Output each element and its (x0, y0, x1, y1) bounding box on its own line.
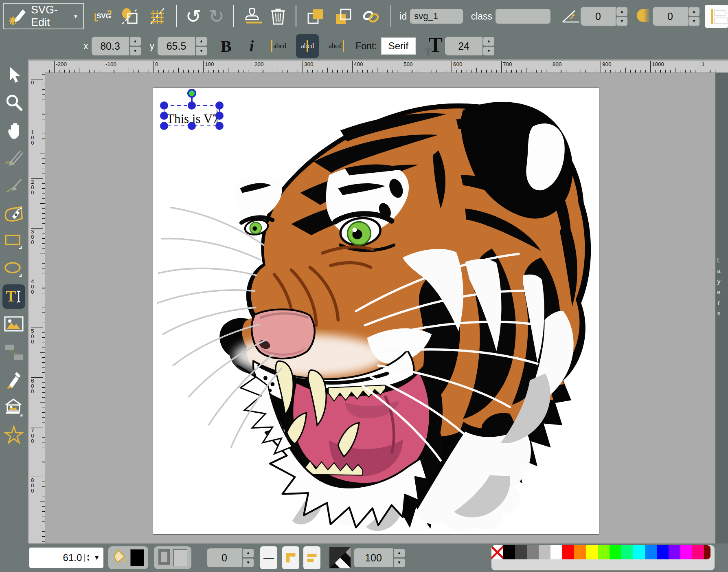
y-input[interactable]: 65.5 (158, 37, 195, 55)
palette-swatch[interactable] (586, 545, 598, 559)
font-size-down-button[interactable]: ▼ (483, 47, 494, 55)
anchor-middle-bar-icon (307, 40, 308, 52)
id-label: id (399, 11, 407, 22)
opacity-up-button[interactable]: ▲ (394, 549, 405, 557)
font-family-button[interactable]: Serif (381, 37, 416, 55)
opacity-down-button[interactable]: ▼ (394, 559, 405, 567)
opacity-input[interactable]: 100 (354, 548, 393, 567)
palette-swatch[interactable] (657, 545, 669, 559)
linecap-button[interactable] (303, 546, 320, 569)
fill-color-swatch[interactable] (130, 549, 144, 566)
stroke-width-down-button[interactable]: ▼ (243, 559, 254, 567)
tool-pencil[interactable] (2, 146, 25, 170)
x-down-button[interactable]: ▼ (130, 47, 141, 55)
tool-zoom[interactable] (2, 90, 25, 115)
id-input[interactable]: svg_1 (410, 9, 463, 24)
undo-button[interactable]: ↺ (186, 7, 202, 26)
main-menu-button[interactable]: SVG-Edit ▼ (3, 3, 84, 29)
workarea[interactable]: -200-10001002003004005006007008009001000… (28, 59, 728, 543)
ruler-left-label: 4 0 0 (31, 278, 43, 295)
palette-swatch[interactable] (550, 545, 562, 559)
svg-canvas[interactable]: This is V7 (153, 88, 599, 535)
tool-star[interactable] (2, 423, 25, 447)
blur-down-button[interactable]: ▼ (689, 17, 699, 26)
link-button[interactable] (360, 7, 382, 25)
tool-pan[interactable] (2, 118, 25, 143)
x-input[interactable]: 80.3 (92, 37, 129, 55)
rotation-down-button[interactable]: ▼ (616, 17, 627, 26)
text-anchor-end-button[interactable]: abcd (324, 34, 346, 58)
ruler-left-label: 1 0 0 (31, 129, 43, 145)
tool-text[interactable]: T (2, 284, 25, 309)
top-toolbar: SVG-Edit ▼ SVG (0, 0, 728, 33)
text-anchor-middle-button[interactable]: abcd (296, 34, 319, 58)
font-size-input[interactable]: 24 (445, 37, 482, 55)
rotate-grip[interactable] (188, 90, 195, 97)
zoom-up-button[interactable]: ▲ (86, 554, 90, 557)
stroke-control[interactable] (154, 546, 191, 569)
layers-panel-tab[interactable]: Layers (715, 73, 728, 543)
stroke-width-up-button[interactable]: ▲ (243, 549, 254, 557)
bold-button[interactable]: B (221, 37, 232, 56)
stroke-width-input[interactable]: 0 (207, 548, 242, 567)
linejoin-button[interactable] (282, 546, 299, 569)
align-button[interactable] (705, 5, 728, 28)
palette-swatch[interactable] (621, 545, 633, 559)
tool-shape-library[interactable] (2, 395, 25, 420)
palette-swatch[interactable] (680, 545, 692, 559)
palette-swatch[interactable] (610, 545, 621, 559)
palette-swatch[interactable] (574, 545, 586, 559)
zoom-down-button[interactable]: ▼ (86, 558, 90, 562)
redo-button[interactable]: ↻ (208, 7, 224, 26)
tool-image[interactable] (2, 312, 25, 337)
stroke-color-swatch[interactable] (173, 549, 187, 566)
stroke-dash-button[interactable]: — (260, 546, 277, 569)
x-up-button[interactable]: ▲ (130, 37, 141, 46)
palette-swatch[interactable] (669, 545, 680, 559)
tool-rect[interactable] (2, 229, 25, 253)
palette-swatch[interactable] (503, 545, 515, 559)
blur-input[interactable]: 0 (653, 7, 688, 26)
tool-connector[interactable] (2, 340, 25, 364)
y-down-button[interactable]: ▼ (196, 47, 207, 55)
rotation-up-button[interactable]: ▲ (616, 7, 627, 16)
y-up-button[interactable]: ▲ (196, 37, 207, 46)
fill-control[interactable] (108, 546, 148, 569)
y-spinbox: 65.5 ▲ ▼ (158, 37, 207, 55)
zoom-dropdown-button[interactable]: ▼ (93, 554, 100, 562)
palette-swatch[interactable] (704, 545, 710, 559)
bring-to-front-button[interactable] (305, 6, 325, 26)
rotation-angle-icon (560, 7, 581, 26)
layers-tab-label: Layers (715, 257, 728, 320)
text-anchor-start-button[interactable]: abcd (268, 34, 291, 58)
delete-button[interactable] (269, 6, 287, 26)
clone-button[interactable] (242, 6, 262, 26)
palette-swatch[interactable] (491, 545, 503, 559)
italic-button[interactable]: i (250, 37, 254, 55)
palette-swatch[interactable] (539, 545, 550, 559)
send-to-back-button[interactable] (333, 6, 353, 26)
font-size-up-button[interactable]: ▲ (483, 37, 494, 46)
tool-ellipse[interactable] (2, 257, 25, 281)
grid-snap-button[interactable] (147, 6, 168, 26)
palette-swatch[interactable] (645, 545, 657, 559)
tool-select[interactable] (2, 63, 25, 87)
palette-swatch[interactable] (527, 545, 539, 559)
rotation-input[interactable]: 0 (581, 7, 616, 26)
palette-swatch[interactable] (562, 545, 574, 559)
shape-image-button[interactable] (120, 6, 140, 26)
palette-swatch[interactable] (598, 545, 610, 559)
palette-swatch[interactable] (515, 545, 527, 559)
zoom-input[interactable]: 61.0 (33, 552, 84, 563)
source-view-button[interactable]: SVG (93, 8, 112, 25)
svg-text:T: T (6, 288, 16, 305)
palette-swatch[interactable] (692, 545, 704, 559)
class-input[interactable] (496, 9, 550, 24)
rotation-spinbox: 0 ▲ ▼ (581, 7, 627, 26)
palette-swatch[interactable] (633, 545, 645, 559)
tool-path[interactable] (2, 201, 25, 226)
tool-eyedropper[interactable] (2, 367, 25, 392)
blur-up-button[interactable]: ▲ (689, 7, 699, 16)
ruler-left-label: 2 0 0 (31, 178, 43, 195)
tool-line[interactable] (2, 174, 25, 198)
